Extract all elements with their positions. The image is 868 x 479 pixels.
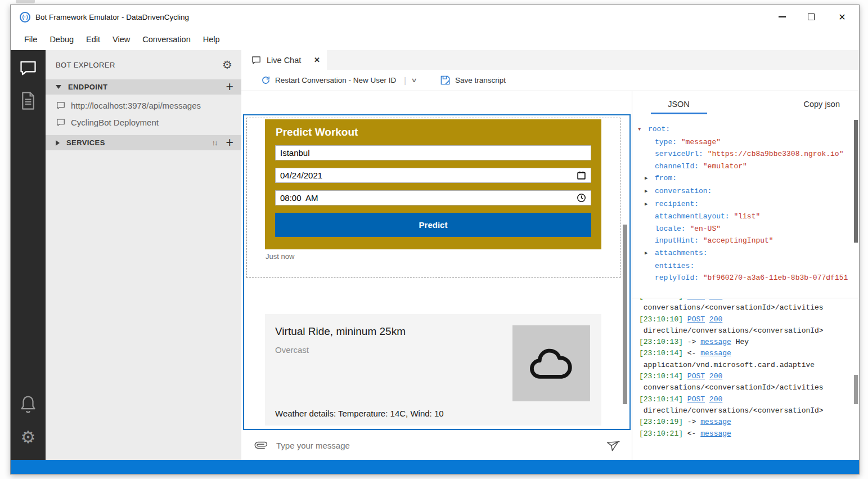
menu-edit[interactable]: Edit bbox=[80, 32, 106, 47]
menu-file[interactable]: File bbox=[18, 32, 43, 47]
log-link[interactable]: message bbox=[700, 418, 731, 426]
json-tree-row: inputHint: "acceptingInput" bbox=[638, 235, 851, 247]
tab-live-chat[interactable]: Live Chat ✕ bbox=[241, 50, 327, 70]
predict-button[interactable]: Predict bbox=[275, 213, 591, 237]
expand-triangle-icon[interactable] bbox=[56, 140, 60, 146]
log-link[interactable]: message bbox=[700, 338, 731, 346]
log-link[interactable]: 200 bbox=[709, 372, 722, 380]
log-text: directline/conversations/<conversationId… bbox=[639, 406, 824, 415]
log-text bbox=[705, 315, 709, 324]
log-link[interactable]: POST bbox=[687, 395, 705, 404]
sort-icon[interactable]: ↑↓ bbox=[212, 138, 217, 147]
bot-explorer-title: BOT EXPLORER bbox=[56, 61, 115, 69]
log-link[interactable]: POST bbox=[687, 315, 705, 324]
log-link[interactable]: POST bbox=[687, 372, 705, 380]
log-text: -> bbox=[683, 338, 700, 346]
services-section-header[interactable]: SERVICES ↑↓ + bbox=[46, 135, 241, 150]
inspector-pane: JSON Copy json ▼root:type: "message"serv… bbox=[632, 91, 859, 460]
chat-icon[interactable] bbox=[18, 58, 38, 78]
menu-conversation[interactable]: Conversation bbox=[136, 32, 196, 47]
json-value: "https://cb8a9bbe3308.ngrok.io" bbox=[703, 150, 844, 158]
log-text: conversations/<conversationId>/activitie… bbox=[639, 303, 824, 312]
save-transcript-label: Save transcript bbox=[455, 76, 506, 84]
app-icon: ⟨·⟩ bbox=[20, 12, 30, 23]
location-input[interactable]: Istanbul bbox=[275, 145, 591, 160]
tab-close-icon[interactable]: ✕ bbox=[314, 56, 320, 64]
json-tree-row: ▶attachments: bbox=[638, 247, 851, 260]
log-link[interactable]: POST bbox=[687, 298, 705, 301]
close-icon[interactable]: ✕ bbox=[825, 5, 859, 29]
endpoint-item[interactable]: http://localhost:3978/api/messages bbox=[46, 97, 241, 114]
expand-node-icon[interactable]: ▶ bbox=[645, 199, 655, 211]
expand-node-icon[interactable]: ▶ bbox=[645, 186, 655, 198]
json-key: serviceUrl: bbox=[655, 150, 703, 158]
endpoint-section-header[interactable]: ENDPOINT + bbox=[46, 79, 241, 95]
calendar-icon[interactable] bbox=[577, 171, 586, 180]
cloud-icon bbox=[527, 339, 575, 388]
time-input[interactable]: 08:00 AM bbox=[275, 190, 591, 205]
log-text bbox=[705, 372, 709, 380]
log-text bbox=[683, 315, 687, 324]
log-link[interactable]: message bbox=[700, 349, 731, 357]
copy-json-button[interactable]: Copy json bbox=[804, 100, 859, 109]
restart-conversation-button[interactable]: Restart Conversation - New User ID bbox=[261, 75, 396, 85]
log-text bbox=[683, 298, 687, 301]
json-value: "acceptingInput" bbox=[699, 236, 773, 245]
transcript-scrollbar[interactable] bbox=[623, 225, 627, 404]
log-text: [23:10:19] bbox=[639, 418, 683, 426]
collapse-triangle-icon[interactable] bbox=[56, 85, 61, 89]
chevron-down-icon[interactable]: ∨ bbox=[411, 77, 417, 84]
log-link[interactable]: 200 bbox=[709, 298, 722, 301]
menu-help[interactable]: Help bbox=[197, 32, 226, 47]
add-service-icon[interactable]: + bbox=[226, 136, 233, 149]
save-transcript-button[interactable]: Save transcript bbox=[440, 75, 506, 86]
json-scrollbar[interactable] bbox=[854, 120, 858, 243]
chat-bubble-icon bbox=[251, 56, 261, 65]
explorer-gear-icon[interactable]: ⚙ bbox=[222, 59, 232, 70]
collapse-node-icon[interactable]: ▼ bbox=[638, 124, 648, 136]
log-scrollbar[interactable] bbox=[854, 375, 858, 404]
status-bar bbox=[11, 460, 859, 474]
restart-icon bbox=[261, 75, 271, 85]
log-text bbox=[683, 395, 687, 404]
expand-node-icon[interactable]: ▶ bbox=[645, 248, 655, 260]
endpoint-list: http://localhost:3978/api/messagesCyclin… bbox=[46, 95, 241, 131]
log-text bbox=[705, 298, 709, 301]
json-tree-row: ▶recipient: bbox=[638, 198, 851, 211]
transcript[interactable]: Predict Workout Istanbul 04/24/2021 bbox=[241, 91, 632, 431]
menu-view[interactable]: View bbox=[106, 32, 136, 47]
log-link[interactable]: 200 bbox=[709, 395, 722, 404]
send-icon[interactable] bbox=[605, 439, 619, 451]
selected-activity[interactable]: Predict Workout Istanbul 04/24/2021 bbox=[246, 118, 620, 278]
tab-json[interactable]: JSON bbox=[632, 100, 725, 109]
log-text: [23:10:10] bbox=[639, 315, 683, 324]
add-endpoint-icon[interactable]: + bbox=[226, 80, 233, 93]
log-link[interactable]: message bbox=[700, 429, 731, 438]
bell-icon[interactable] bbox=[18, 395, 38, 415]
minimize-icon[interactable] bbox=[767, 5, 797, 29]
app-window: ⟨·⟩ Bot Framework Emulator - DataDrivenC… bbox=[10, 5, 860, 474]
title-bar[interactable]: ⟨·⟩ Bot Framework Emulator - DataDrivenC… bbox=[11, 5, 859, 29]
attachment-icon[interactable] bbox=[255, 438, 267, 453]
clock-icon[interactable] bbox=[577, 193, 586, 203]
log-line: [23:10:14] <- message bbox=[639, 348, 859, 359]
maximize-icon[interactable] bbox=[797, 5, 825, 29]
log-link[interactable]: 200 bbox=[709, 315, 722, 324]
json-value: "en-US" bbox=[686, 225, 721, 233]
bot-explorer-panel: BOT EXPLORER ⚙ ENDPOINT + http://localho… bbox=[46, 50, 241, 460]
message-composer: Type your message bbox=[241, 431, 632, 460]
endpoint-item[interactable]: CyclingBot Deployment bbox=[46, 114, 241, 131]
menu-debug[interactable]: Debug bbox=[43, 32, 80, 47]
services-section-label: SERVICES bbox=[66, 138, 105, 147]
weather-details: Weather details: Temperature: 14C, Wind:… bbox=[275, 409, 444, 418]
document-icon[interactable] bbox=[18, 91, 38, 111]
json-tree-row: serviceUrl: "https://cb8a9bbe3308.ngrok.… bbox=[638, 148, 851, 160]
date-input[interactable]: 04/24/2021 bbox=[275, 168, 591, 183]
predict-workout-card: Predict Workout Istanbul 04/24/2021 bbox=[265, 119, 601, 249]
json-key: channelId: bbox=[655, 162, 699, 171]
expand-node-icon[interactable]: ▶ bbox=[645, 173, 655, 185]
message-input[interactable]: Type your message bbox=[276, 441, 605, 450]
tab-strip: Live Chat ✕ bbox=[241, 50, 859, 70]
gear-icon[interactable]: ⚙ bbox=[18, 427, 38, 447]
log-line: [23:10:09] POST 200 bbox=[639, 298, 859, 302]
